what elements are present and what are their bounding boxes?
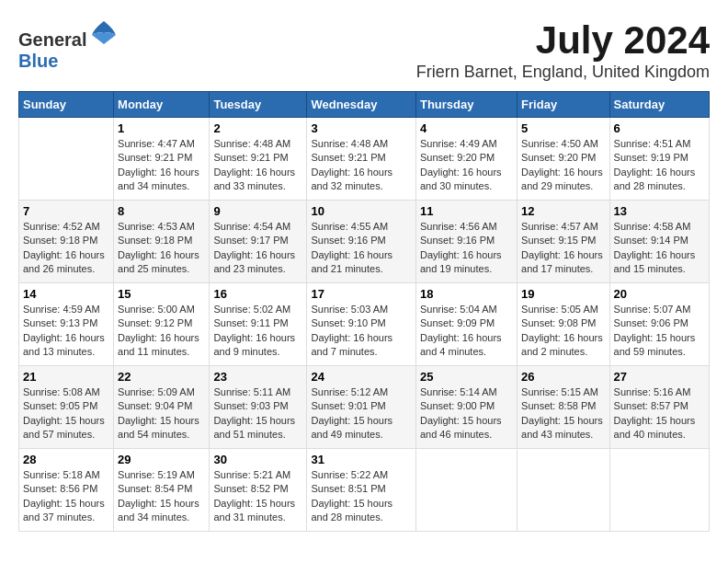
day-number: 19 [521,287,605,301]
day-cell: 29Sunrise: 5:19 AMSunset: 8:54 PMDayligh… [114,449,210,532]
day-number: 20 [614,287,705,301]
week-row-1: 1Sunrise: 4:47 AMSunset: 9:21 PMDaylight… [19,118,710,201]
day-number: 11 [420,204,513,218]
week-row-2: 7Sunrise: 4:52 AMSunset: 9:18 PMDaylight… [19,201,710,283]
day-number: 3 [311,121,412,135]
day-info: Sunrise: 5:09 AMSunset: 9:04 PMDaylight:… [118,385,205,442]
day-cell: 15Sunrise: 5:00 AMSunset: 9:12 PMDayligh… [114,283,210,366]
day-info: Sunrise: 5:19 AMSunset: 8:54 PMDaylight:… [118,468,205,525]
day-info: Sunrise: 4:57 AMSunset: 9:15 PMDaylight:… [521,220,605,277]
day-info: Sunrise: 5:05 AMSunset: 9:08 PMDaylight:… [521,303,605,360]
day-info: Sunrise: 4:52 AMSunset: 9:18 PMDaylight:… [23,220,109,277]
header-sunday: Sunday [19,92,114,118]
day-cell [518,449,609,532]
day-number: 2 [213,121,302,135]
day-number: 24 [311,370,412,384]
calendar-header-row: SundayMondayTuesdayWednesdayThursdayFrid… [19,92,710,118]
day-info: Sunrise: 4:49 AMSunset: 9:20 PMDaylight:… [420,137,513,194]
day-cell: 20Sunrise: 5:07 AMSunset: 9:06 PMDayligh… [609,283,709,366]
day-cell [19,118,114,201]
day-info: Sunrise: 5:07 AMSunset: 9:06 PMDaylight:… [614,303,705,360]
day-info: Sunrise: 5:02 AMSunset: 9:11 PMDaylight:… [213,303,302,360]
day-info: Sunrise: 5:21 AMSunset: 8:52 PMDaylight:… [213,468,302,525]
day-info: Sunrise: 4:58 AMSunset: 9:14 PMDaylight:… [614,220,705,277]
day-number: 25 [420,370,513,384]
day-number: 7 [23,204,109,218]
header-thursday: Thursday [415,92,517,118]
title-area: July 2024 Friern Barnet, England, United… [416,18,710,82]
day-info: Sunrise: 5:18 AMSunset: 8:56 PMDaylight:… [23,468,109,525]
logo-icon [90,18,118,46]
day-cell: 22Sunrise: 5:09 AMSunset: 9:04 PMDayligh… [114,366,210,449]
day-number: 16 [213,287,302,301]
week-row-3: 14Sunrise: 4:59 AMSunset: 9:13 PMDayligh… [19,283,710,366]
header-monday: Monday [114,92,210,118]
day-cell: 28Sunrise: 5:18 AMSunset: 8:56 PMDayligh… [19,449,114,532]
day-cell: 8Sunrise: 4:53 AMSunset: 9:18 PMDaylight… [114,201,210,283]
day-cell: 4Sunrise: 4:49 AMSunset: 9:20 PMDaylight… [415,118,517,201]
header: General Blue July 2024 Friern Barnet, En… [18,18,710,82]
day-info: Sunrise: 4:53 AMSunset: 9:18 PMDaylight:… [118,220,205,277]
day-info: Sunrise: 4:54 AMSunset: 9:17 PMDaylight:… [213,220,302,277]
day-info: Sunrise: 5:04 AMSunset: 9:09 PMDaylight:… [420,303,513,360]
day-cell: 19Sunrise: 5:05 AMSunset: 9:08 PMDayligh… [518,283,609,366]
logo-general: General [18,29,86,50]
logo-text: General Blue [18,18,118,72]
day-info: Sunrise: 5:11 AMSunset: 9:03 PMDaylight:… [213,385,302,442]
week-row-4: 21Sunrise: 5:08 AMSunset: 9:05 PMDayligh… [19,366,710,449]
day-cell: 1Sunrise: 4:47 AMSunset: 9:21 PMDaylight… [114,118,210,201]
logo: General Blue [18,18,118,72]
day-cell: 7Sunrise: 4:52 AMSunset: 9:18 PMDaylight… [19,201,114,283]
day-info: Sunrise: 4:48 AMSunset: 9:21 PMDaylight:… [213,137,302,194]
day-number: 15 [118,287,205,301]
day-info: Sunrise: 4:48 AMSunset: 9:21 PMDaylight:… [311,137,412,194]
day-number: 29 [118,453,205,466]
day-number: 1 [118,121,205,135]
subtitle: Friern Barnet, England, United Kingdom [416,63,710,82]
day-number: 5 [521,121,605,135]
day-number: 14 [23,287,109,301]
header-saturday: Saturday [609,92,709,118]
day-number: 21 [23,370,109,384]
header-tuesday: Tuesday [210,92,307,118]
day-info: Sunrise: 5:08 AMSunset: 9:05 PMDaylight:… [23,385,109,442]
day-cell: 9Sunrise: 4:54 AMSunset: 9:17 PMDaylight… [210,201,307,283]
day-number: 13 [614,204,705,218]
day-number: 31 [311,453,412,466]
day-number: 10 [311,204,412,218]
day-info: Sunrise: 4:50 AMSunset: 9:20 PMDaylight:… [521,137,605,194]
day-cell: 17Sunrise: 5:03 AMSunset: 9:10 PMDayligh… [307,283,416,366]
day-number: 8 [118,204,205,218]
day-number: 26 [521,370,605,384]
day-cell: 27Sunrise: 5:16 AMSunset: 8:57 PMDayligh… [609,366,709,449]
day-info: Sunrise: 5:12 AMSunset: 9:01 PMDaylight:… [311,385,412,442]
day-info: Sunrise: 4:51 AMSunset: 9:19 PMDaylight:… [614,137,705,194]
day-cell [609,449,709,532]
day-cell: 24Sunrise: 5:12 AMSunset: 9:01 PMDayligh… [307,366,416,449]
day-number: 28 [23,453,109,466]
day-cell: 6Sunrise: 4:51 AMSunset: 9:19 PMDaylight… [609,118,709,201]
day-cell: 12Sunrise: 4:57 AMSunset: 9:15 PMDayligh… [518,201,609,283]
day-cell: 23Sunrise: 5:11 AMSunset: 9:03 PMDayligh… [210,366,307,449]
day-cell: 18Sunrise: 5:04 AMSunset: 9:09 PMDayligh… [415,283,517,366]
day-info: Sunrise: 5:03 AMSunset: 9:10 PMDaylight:… [311,303,412,360]
day-cell: 14Sunrise: 4:59 AMSunset: 9:13 PMDayligh… [19,283,114,366]
day-cell: 30Sunrise: 5:21 AMSunset: 8:52 PMDayligh… [210,449,307,532]
day-number: 18 [420,287,513,301]
day-info: Sunrise: 5:22 AMSunset: 8:51 PMDaylight:… [311,468,412,525]
day-info: Sunrise: 4:47 AMSunset: 9:21 PMDaylight:… [118,137,205,194]
logo-blue: Blue [18,51,58,71]
week-row-5: 28Sunrise: 5:18 AMSunset: 8:56 PMDayligh… [19,449,710,532]
day-info: Sunrise: 4:55 AMSunset: 9:16 PMDaylight:… [311,220,412,277]
day-cell: 2Sunrise: 4:48 AMSunset: 9:21 PMDaylight… [210,118,307,201]
day-cell: 25Sunrise: 5:14 AMSunset: 9:00 PMDayligh… [415,366,517,449]
day-number: 30 [213,453,302,466]
day-number: 27 [614,370,705,384]
day-number: 22 [118,370,205,384]
header-friday: Friday [518,92,609,118]
day-cell [415,449,517,532]
day-number: 9 [213,204,302,218]
day-cell: 3Sunrise: 4:48 AMSunset: 9:21 PMDaylight… [307,118,416,201]
day-info: Sunrise: 5:00 AMSunset: 9:12 PMDaylight:… [118,303,205,360]
day-cell: 26Sunrise: 5:15 AMSunset: 8:58 PMDayligh… [518,366,609,449]
